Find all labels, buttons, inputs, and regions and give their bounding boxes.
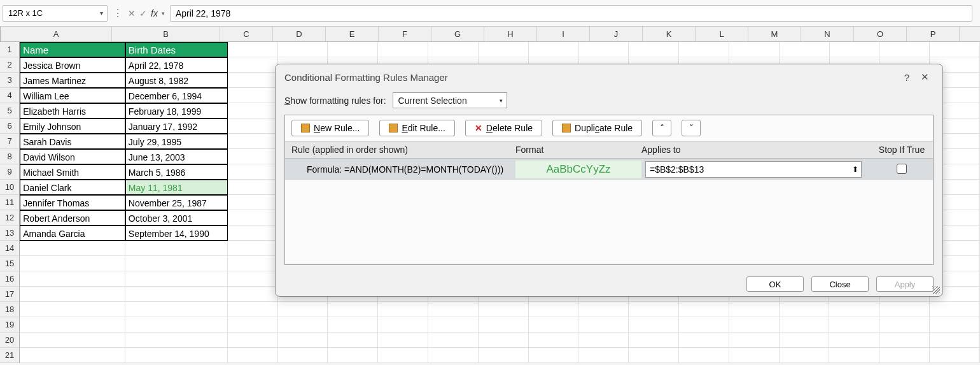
row-header-6[interactable]: 6 <box>0 118 20 134</box>
cancel-icon[interactable]: ✕ <box>128 8 136 18</box>
cell-C18[interactable] <box>228 302 278 317</box>
cell-C4[interactable] <box>228 88 278 103</box>
cell-P18[interactable] <box>879 302 930 317</box>
cell-P19[interactable] <box>879 317 930 333</box>
cell-M1[interactable] <box>729 42 780 57</box>
col-header-F[interactable]: F <box>379 27 431 41</box>
cell-G1[interactable] <box>428 42 479 57</box>
cell-B8[interactable]: June 13, 2003 <box>125 149 228 164</box>
cell-D21[interactable] <box>278 348 328 363</box>
cell-Q18[interactable] <box>930 302 980 317</box>
row-header-11[interactable]: 11 <box>0 195 20 210</box>
col-header-J[interactable]: J <box>590 27 643 41</box>
row-header-7[interactable]: 7 <box>0 134 20 149</box>
col-header-O[interactable]: O <box>854 27 907 41</box>
cell-C14[interactable] <box>228 241 278 256</box>
cell-A9[interactable]: Michael Smith <box>20 164 125 180</box>
ok-button[interactable]: OK <box>746 276 804 292</box>
cell-A6[interactable]: Emily Johnson <box>20 118 125 134</box>
cell-A7[interactable]: Sarah Davis <box>20 134 125 149</box>
cell-N19[interactable] <box>780 317 830 333</box>
close-button[interactable]: Close <box>811 276 869 292</box>
cell-A1[interactable]: Name <box>20 42 125 57</box>
cell-A2[interactable]: Jessica Brown <box>20 57 125 73</box>
cell-K21[interactable] <box>629 348 679 363</box>
cell-B3[interactable]: August 8, 1982 <box>125 73 228 88</box>
cell-Q21[interactable] <box>930 348 980 363</box>
cell-C16[interactable] <box>228 271 278 287</box>
cell-H20[interactable] <box>479 333 529 348</box>
cell-A5[interactable]: Elizabeth Harris <box>20 103 125 118</box>
cell-J21[interactable] <box>578 348 629 363</box>
cell-K19[interactable] <box>629 317 679 333</box>
cell-C19[interactable] <box>228 317 278 333</box>
cell-H1[interactable] <box>479 42 529 57</box>
cell-B11[interactable]: November 25, 1987 <box>125 195 228 210</box>
cell-C7[interactable] <box>228 134 278 149</box>
cell-B1[interactable]: Birth Dates <box>125 42 228 57</box>
cell-P21[interactable] <box>879 348 930 363</box>
cell-C21[interactable] <box>228 348 278 363</box>
cell-A15[interactable] <box>20 256 125 271</box>
move-down-button[interactable]: ˅ <box>682 120 701 136</box>
cell-C3[interactable] <box>228 73 278 88</box>
cell-B9[interactable]: March 5, 1986 <box>125 164 228 180</box>
cell-L18[interactable] <box>679 302 729 317</box>
range-picker-icon[interactable]: ⬆ <box>852 165 858 174</box>
cell-L21[interactable] <box>679 348 729 363</box>
col-header-H[interactable]: H <box>484 27 537 41</box>
cell-G20[interactable] <box>428 333 479 348</box>
help-icon[interactable]: ? <box>898 72 916 83</box>
row-header-8[interactable]: 8 <box>0 149 20 164</box>
cell-M18[interactable] <box>729 302 780 317</box>
cell-K18[interactable] <box>629 302 679 317</box>
cell-F20[interactable] <box>378 333 428 348</box>
row-header-18[interactable]: 18 <box>0 302 20 317</box>
cell-C5[interactable] <box>228 103 278 118</box>
cell-B5[interactable]: February 18, 1999 <box>125 103 228 118</box>
cell-I1[interactable] <box>529 42 579 57</box>
cell-M20[interactable] <box>729 333 780 348</box>
col-header-L[interactable]: L <box>696 27 748 41</box>
col-header-A[interactable]: A <box>1 27 112 41</box>
resize-grip[interactable] <box>932 286 940 294</box>
cell-G21[interactable] <box>428 348 479 363</box>
row-header-13[interactable]: 13 <box>0 225 20 241</box>
row-header-2[interactable]: 2 <box>0 57 20 73</box>
rule-row[interactable]: Formula: =AND(MONTH(B2)=MONTH(TODAY())) … <box>285 159 933 180</box>
cell-B10[interactable]: May 11, 1981 <box>125 180 228 195</box>
cell-B13[interactable]: September 14, 1990 <box>125 225 228 241</box>
cell-C12[interactable] <box>228 210 278 225</box>
col-header-Q[interactable]: Q <box>960 27 980 41</box>
cell-B17[interactable] <box>125 287 228 302</box>
close-icon[interactable]: ✕ <box>916 71 934 83</box>
cell-A10[interactable]: Daniel Clark <box>20 180 125 195</box>
duplicate-rule-button[interactable]: Duplicate Rule <box>552 120 642 136</box>
cell-B15[interactable] <box>125 256 228 271</box>
stop-if-true-checkbox[interactable] <box>897 164 907 174</box>
row-header-9[interactable]: 9 <box>0 164 20 180</box>
cell-O21[interactable] <box>829 348 879 363</box>
cell-B7[interactable]: July 29, 1995 <box>125 134 228 149</box>
cell-P20[interactable] <box>879 333 930 348</box>
cell-N18[interactable] <box>780 302 830 317</box>
cell-J19[interactable] <box>578 317 629 333</box>
cell-C1[interactable] <box>228 42 278 57</box>
cell-D1[interactable] <box>278 42 328 57</box>
chevron-down-icon[interactable]: ▾ <box>162 10 165 17</box>
cell-D20[interactable] <box>278 333 328 348</box>
cell-L19[interactable] <box>679 317 729 333</box>
cell-O20[interactable] <box>829 333 879 348</box>
cell-J18[interactable] <box>578 302 629 317</box>
cell-E1[interactable] <box>328 42 378 57</box>
row-header-17[interactable]: 17 <box>0 287 20 302</box>
cell-L1[interactable] <box>679 42 729 57</box>
cell-A3[interactable]: James Martinez <box>20 73 125 88</box>
cell-I20[interactable] <box>529 333 579 348</box>
chevron-down-icon[interactable]: ▾ <box>100 10 103 17</box>
row-header-10[interactable]: 10 <box>0 180 20 195</box>
cell-N1[interactable] <box>780 42 830 57</box>
cell-A8[interactable]: David Wilson <box>20 149 125 164</box>
cell-B14[interactable] <box>125 241 228 256</box>
cell-A16[interactable] <box>20 271 125 287</box>
